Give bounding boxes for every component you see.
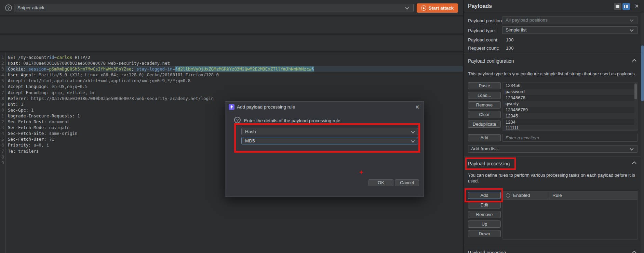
request-text: Host: [8,61,23,66]
request-text: Te: [8,149,18,154]
rule-column-header: Rule [552,193,562,198]
line-number: 9 [0,160,5,166]
request-text: same-origin [49,131,77,136]
scrollbar-thumb[interactable] [641,46,644,101]
payload-list-item[interactable]: 123456789 [503,107,637,113]
line-number: 1 [0,54,5,60]
chevron-down-icon [405,5,409,9]
processing-up-button[interactable]: Up [468,220,501,228]
chevron-down-icon [630,18,633,22]
payload-items: 123456password12345678qwerty123456789123… [503,83,637,131]
request-text: Sec-Fetch-Mode: [8,125,49,130]
request-text: navigate [49,125,69,130]
ok-button[interactable]: OK [368,179,393,186]
column-divider [549,191,549,199]
processing-add-button[interactable]: Add [468,192,501,199]
processing-remove-button[interactable]: Remove [468,211,501,218]
payload-count-label: Payload count: [468,37,498,42]
payload-list-item[interactable]: 12345 [503,113,637,119]
clear-button[interactable]: Clear [468,111,501,118]
line-number-gutter: 1234567890123456789 [0,52,6,253]
request-text: 1 [77,113,80,118]
request-text: gzip, deflate, br [52,90,95,95]
request-line[interactable]: User-Agent: Mozilla/5.0 (X11; Linux x86_… [6,72,463,78]
request-line[interactable]: Accept-Encoding: gzip, deflate, br [6,90,463,96]
add-from-list-select[interactable]: Add from list... [468,145,638,153]
line-number: 2 [0,60,5,66]
request-text: Sec-Fetch-Site: [8,131,49,136]
payload-list-item[interactable]: password [503,89,637,95]
line-number: 1 [0,113,5,119]
rules-table-header: Enabled Rule [502,191,638,200]
processing-down-button[interactable]: Down [468,230,501,237]
line-number: 9 [0,101,5,107]
request-text: carlos [57,55,72,60]
divider [464,53,644,53]
panel-scrollbar[interactable] [641,13,644,253]
payload-type-select[interactable]: Simple list [502,26,638,34]
request-text: Sec-Fetch-Dest: [8,119,49,124]
request-text: text/html,application/xhtml+xml,applicat… [28,78,190,83]
rule-type-select[interactable]: Hash [241,128,418,135]
cancel-button[interactable]: Cancel [395,179,419,186]
rules-table-body[interactable] [502,200,638,240]
payload-marker: § [311,66,314,72]
collapse-chevron-up-icon[interactable] [632,251,636,253]
request-line[interactable]: Accept: text/html,application/xhtml+xml,… [6,78,463,84]
collapse-chevron-up-icon[interactable] [632,161,636,166]
collapse-chevron-up-icon[interactable] [632,59,636,63]
scrollbar-thumb[interactable] [634,84,637,99]
payload-processing-header: Payload processing [468,161,510,166]
payload-position-select: All payload positions [502,16,638,24]
request-text: Referer: [8,96,31,101]
processing-edit-button[interactable]: Edit [468,201,501,208]
request-line[interactable]: Accept-Language: en-US,en;q=0.5 [6,84,463,89]
request-line[interactable]: GET /my-account?id=carlos HTTP/2 [6,54,463,60]
payload-position-label: Payload position: [468,18,503,23]
deduplicate-button[interactable]: Deduplicate [468,121,501,128]
line-number: 3 [0,125,5,130]
payload-list-item[interactable]: 1234 [503,119,637,125]
line-number: 6 [0,84,5,89]
dialog-titlebar: Add payload processing rule ✕ [225,102,424,112]
rule-detail-select[interactable]: MD5 [241,137,418,144]
layout-toggle-left-icon[interactable] [614,3,621,10]
request-line[interactable]: Referer: https://0a1700ae0301867080b03ae… [6,96,463,101]
attack-type-select[interactable]: Sniper attack [14,4,414,12]
dialog-close-icon[interactable]: ✕ [415,104,419,110]
request-text: Accept: [8,78,28,83]
payload-count-value: 100 [506,37,514,42]
payload-list[interactable]: 123456password12345678qwerty123456789123… [502,82,638,131]
payload-list-item[interactable]: 111111 [503,125,637,131]
line-number: 2 [0,119,5,125]
red-cursor-marker [359,170,364,175]
payload-position-value: All payload positions [506,17,548,23]
request-text: Upgrade-Insecure-Requests: [8,113,77,118]
request-line[interactable]: Host: 0a1700ae0301867080b03ae5000e0078.w… [6,60,463,66]
payload-list-item[interactable]: qwerty [503,101,637,107]
panel-close-icon[interactable]: ✕ [634,3,639,9]
payload-type-value: Simple list [506,27,527,33]
payload-list-scrollbar[interactable] [634,83,637,130]
load-button[interactable]: Load... [468,92,501,99]
payload-list-item[interactable]: 123456 [503,83,637,89]
start-attack-button[interactable]: Start attack [417,3,458,13]
payload-list-item[interactable]: 12345678 [503,95,637,101]
request-count-label: Request count: [468,46,499,51]
rule-detail-value: MD5 [245,138,255,143]
new-item-input[interactable] [502,134,638,142]
request-text: Sec-Gpc: [8,107,31,113]
line-number: 5 [0,78,5,84]
line-number: 3 [0,66,5,72]
paste-button[interactable]: Paste [468,82,501,89]
help-icon[interactable]: ? [5,4,12,11]
request-text: id [49,55,54,60]
request-text: session [28,66,46,72]
remove-button[interactable]: Remove [468,101,501,109]
add-item-button[interactable]: Add [468,134,501,141]
request-text: User-Agent: [8,72,39,77]
layout-toggle-right-icon[interactable] [622,3,630,10]
payloads-panel-title: Payloads [468,3,492,9]
request-line[interactable]: Cookie: session=pSmRmDgQ8Sh5rm7MwCsIfhWW… [6,66,463,72]
add-from-list-value: Add from list... [471,146,500,151]
